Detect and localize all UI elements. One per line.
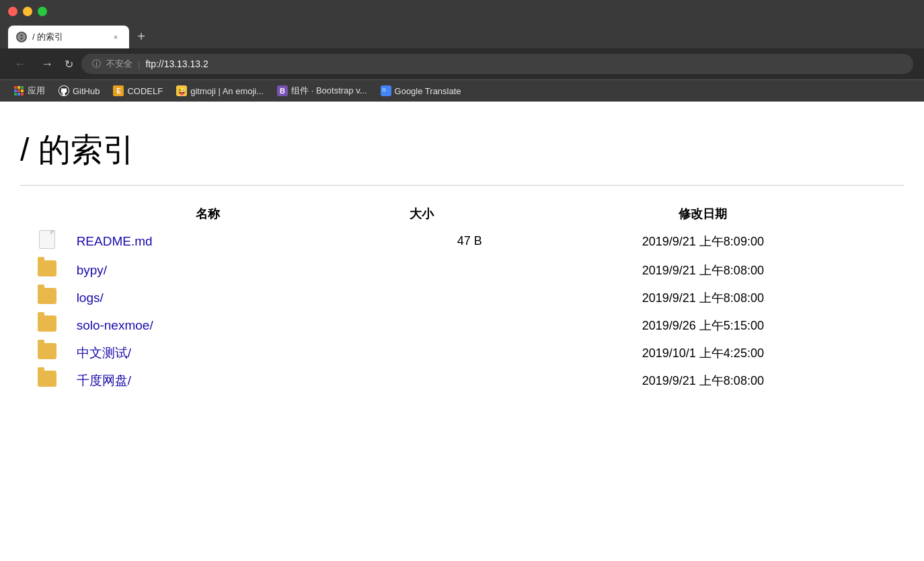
bookmark-item-codelf[interactable]: ECODELF: [108, 83, 168, 98]
folder-icon: [38, 288, 56, 304]
table-row: solo-nexmoe/2019/9/26 上午5:15:00: [20, 311, 904, 339]
folder-icon: [38, 371, 56, 387]
file-link[interactable]: 千度网盘/: [77, 373, 131, 387]
security-icon: ⓘ: [92, 58, 101, 70]
bookmark-label-github: GitHub: [73, 86, 100, 96]
svg-rect-11: [21, 93, 24, 96]
file-name-cell: logs/: [74, 284, 342, 311]
file-date-cell: 2019/9/21 上午8:08:00: [502, 284, 904, 311]
bookmark-icon-github: [59, 85, 69, 96]
file-date-cell: 2019/9/26 上午5:15:00: [502, 311, 904, 339]
file-size-cell: [342, 367, 502, 394]
bookmark-item-google-translate[interactable]: GGoogle Translate: [375, 83, 467, 98]
bookmark-icon-google-translate: G: [381, 85, 391, 96]
file-date-cell: 2019/9/21 上午8:08:00: [502, 367, 904, 394]
bookmark-icon-codelf: E: [113, 85, 124, 96]
address-bar: ← → ↻ ⓘ 不安全 | ftp://13.13.13.2: [0, 48, 924, 79]
file-icon-cell: [20, 226, 74, 256]
bookmark-label-gitmoji: gitmoji | An emoji...: [190, 86, 264, 96]
title-bar: [0, 0, 924, 23]
url-bar[interactable]: ⓘ 不安全 | ftp://13.13.13.2: [81, 54, 913, 74]
doc-icon: [39, 230, 55, 249]
table-row: logs/2019/9/21 上午8:08:00: [20, 284, 904, 311]
bookmarks-bar: 应用GitHubECODELF😜gitmoji | An emoji...B组件…: [0, 79, 924, 102]
folder-icon: [38, 343, 56, 359]
svg-rect-9: [14, 93, 17, 96]
file-name-cell: 千度网盘/: [74, 367, 342, 394]
bookmark-label-bootstrap: 组件 · Bootstrap v...: [291, 85, 367, 97]
bookmark-icon-bootstrap: B: [277, 85, 288, 96]
table-row: 千度网盘/2019/9/21 上午8:08:00: [20, 367, 904, 394]
table-row: bypy/2019/9/21 上午8:08:00: [20, 256, 904, 284]
file-icon-cell: [20, 311, 74, 339]
forward-button[interactable]: →: [38, 57, 56, 71]
bookmark-label-apps: 应用: [28, 85, 45, 97]
file-date-cell: 2019/9/21 上午8:08:00: [502, 256, 904, 284]
reload-button[interactable]: ↻: [65, 58, 73, 71]
svg-rect-5: [21, 86, 24, 89]
file-size-cell: [342, 284, 502, 311]
bookmark-label-google-translate: Google Translate: [395, 86, 461, 96]
file-link[interactable]: logs/: [77, 291, 104, 305]
table-header-row: 名称 大小 修改日期: [20, 202, 904, 226]
svg-rect-6: [14, 89, 17, 92]
file-icon-cell: [20, 284, 74, 311]
security-text: 不安全: [106, 58, 132, 70]
tab-close-button[interactable]: ×: [110, 32, 121, 42]
active-tab[interactable]: / 的索引 ×: [8, 26, 129, 48]
bookmark-label-codelf: CODELF: [127, 86, 163, 96]
bookmark-item-apps[interactable]: 应用: [8, 83, 50, 99]
bookmark-icon-gitmoji: 😜: [176, 85, 187, 96]
size-col-header: 大小: [342, 202, 502, 226]
table-row: README.md47 B2019/9/21 上午8:09:00: [20, 226, 904, 256]
file-link[interactable]: solo-nexmoe/: [77, 318, 153, 332]
file-name-cell: 中文测试/: [74, 339, 342, 367]
traffic-light-minimize[interactable]: [23, 7, 32, 16]
tab-title: / 的索引: [32, 31, 105, 43]
url-separator: |: [138, 59, 140, 69]
file-icon-cell: [20, 339, 74, 367]
folder-icon: [38, 315, 56, 332]
bookmark-item-bootstrap[interactable]: B组件 · Bootstrap v...: [272, 83, 372, 99]
svg-rect-10: [17, 93, 20, 96]
bookmark-item-gitmoji[interactable]: 😜gitmoji | An emoji...: [171, 83, 269, 98]
file-link[interactable]: bypy/: [77, 263, 107, 277]
file-icon-cell: [20, 256, 74, 284]
back-button[interactable]: ←: [11, 57, 30, 71]
url-text: ftp://13.13.13.2: [145, 59, 208, 69]
file-name-cell: solo-nexmoe/: [74, 311, 342, 339]
traffic-light-maximize[interactable]: [38, 7, 47, 16]
bookmark-icon-apps: [13, 85, 24, 96]
file-date-cell: 2019/10/1 上午4:25:00: [502, 339, 904, 367]
file-size-cell: 47 B: [342, 226, 502, 256]
file-link[interactable]: 中文测试/: [77, 346, 131, 360]
file-link[interactable]: README.md: [77, 234, 153, 248]
file-list: README.md47 B2019/9/21 上午8:09:00bypy/201…: [20, 226, 904, 394]
page-content: / 的索引 名称 大小 修改日期 README.md47 B2019/9/21 …: [0, 102, 924, 561]
new-tab-button[interactable]: +: [132, 27, 151, 46]
tab-bar: / 的索引 × +: [0, 23, 924, 48]
divider: [20, 185, 904, 186]
tab-favicon: [16, 32, 27, 42]
file-icon-cell: [20, 367, 74, 394]
file-date-cell: 2019/9/21 上午8:09:00: [502, 226, 904, 256]
svg-rect-8: [21, 89, 24, 92]
browser-chrome: / 的索引 × + ← → ↻ ⓘ 不安全 | ftp://13.13.13.2…: [0, 0, 924, 102]
file-size-cell: [342, 256, 502, 284]
name-col-header: 名称: [74, 202, 342, 226]
page-title: / 的索引: [20, 128, 904, 172]
traffic-light-close[interactable]: [8, 7, 17, 16]
file-name-cell: bypy/: [74, 256, 342, 284]
bookmark-item-github[interactable]: GitHub: [53, 83, 105, 98]
file-name-cell: README.md: [74, 226, 342, 256]
file-size-cell: [342, 311, 502, 339]
svg-rect-3: [14, 86, 17, 89]
svg-rect-4: [17, 86, 20, 89]
file-size-cell: [342, 339, 502, 367]
icon-col-header: [20, 202, 74, 226]
folder-icon: [38, 260, 56, 276]
file-table: 名称 大小 修改日期 README.md47 B2019/9/21 上午8:09…: [20, 202, 904, 394]
svg-rect-7: [17, 89, 20, 92]
date-col-header: 修改日期: [502, 202, 904, 226]
table-row: 中文测试/2019/10/1 上午4:25:00: [20, 339, 904, 367]
